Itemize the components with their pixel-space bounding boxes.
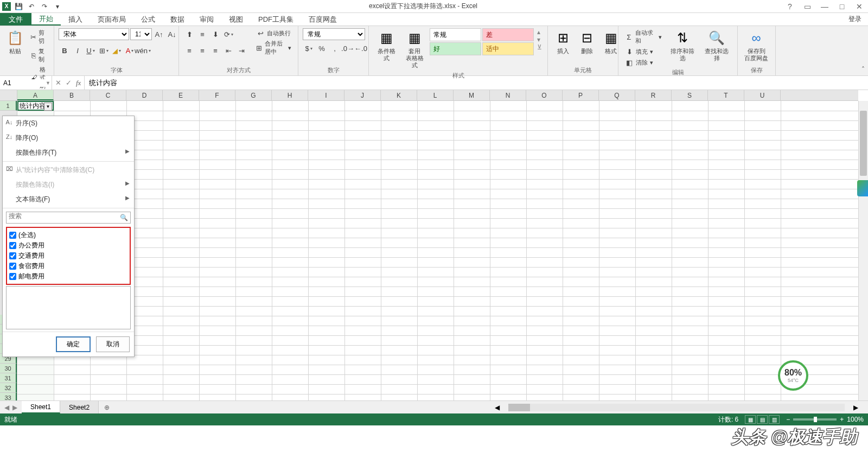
col-header-N[interactable]: N <box>490 90 526 100</box>
vertical-scrollbar[interactable] <box>858 101 868 400</box>
filter-ok-button[interactable]: 确定 <box>56 336 91 352</box>
col-header-R[interactable]: R <box>635 90 672 100</box>
tab-file[interactable]: 文件 <box>0 13 31 26</box>
col-header-I[interactable]: I <box>308 90 344 100</box>
col-header-S[interactable]: S <box>672 90 708 100</box>
align-left-icon[interactable]: ≡ <box>183 44 195 56</box>
tab-baidu[interactable]: 百度网盘 <box>301 13 344 26</box>
clear-button[interactable]: ◧清除 ▾ <box>623 58 664 67</box>
name-box-input[interactable] <box>3 79 48 87</box>
font-color-icon[interactable]: A <box>124 44 136 56</box>
login-link[interactable]: 登录 <box>842 13 868 26</box>
font-name-select[interactable]: 宋体 <box>59 28 129 40</box>
enter-formula-icon[interactable]: ✓ <box>66 79 72 87</box>
add-sheet-button[interactable]: ⊕ <box>99 401 115 413</box>
align-bottom-icon[interactable]: ⬇ <box>209 28 221 40</box>
style-normal[interactable]: 常规 <box>430 28 481 41</box>
style-gallery-more-icon[interactable]: ⊻ <box>537 43 542 51</box>
col-header-A[interactable]: A <box>17 90 54 100</box>
col-header-L[interactable]: L <box>417 90 454 100</box>
border-icon[interactable]: ⊞ <box>98 44 110 56</box>
tab-formulas[interactable]: 公式 <box>133 13 163 26</box>
indent-inc-icon[interactable]: ⇥ <box>235 44 247 56</box>
style-bad[interactable]: 差 <box>482 28 534 41</box>
inc-decimal-icon[interactable]: .0→ <box>342 42 354 54</box>
style-neutral[interactable]: 适中 <box>482 42 534 55</box>
maximize-icon[interactable]: □ <box>835 1 848 12</box>
col-header-H[interactable]: H <box>272 90 308 100</box>
col-header-Q[interactable]: Q <box>599 90 635 100</box>
font-size-select[interactable]: 11 <box>130 28 152 40</box>
style-gallery-down-icon[interactable]: ▾ <box>537 36 542 43</box>
col-header-B[interactable]: B <box>54 90 90 100</box>
bold-icon[interactable]: B <box>59 44 71 56</box>
wrap-text-button[interactable]: ↩自动换行 <box>254 28 293 38</box>
align-center-icon[interactable]: ≡ <box>196 44 208 56</box>
orientation-icon[interactable]: ⟳ <box>222 28 234 40</box>
tab-data[interactable]: 数据 <box>163 13 192 26</box>
filter-check-item[interactable]: 邮电费用 <box>9 271 127 282</box>
style-good[interactable]: 好 <box>430 42 481 55</box>
cancel-formula-icon[interactable]: ✕ <box>55 79 61 87</box>
col-header-G[interactable]: G <box>235 90 272 100</box>
text-filter-item[interactable]: 文本筛选(F)▶ <box>3 192 134 207</box>
col-header-D[interactable]: D <box>126 90 163 100</box>
col-header-E[interactable]: E <box>163 90 199 100</box>
col-header-T[interactable]: T <box>708 90 744 100</box>
sheet-nav-prev-icon[interactable]: ◀ <box>4 404 9 411</box>
sort-asc-item[interactable]: A↓升序(S) <box>3 116 134 131</box>
qat-undo-icon[interactable]: ↶ <box>26 1 37 12</box>
col-header-U[interactable]: U <box>744 90 781 100</box>
cut-button[interactable]: ✂剪切 <box>28 28 49 46</box>
fx-icon[interactable]: fx <box>76 79 81 87</box>
currency-icon[interactable]: $ <box>303 42 315 54</box>
conditional-format-button[interactable]: ▦条件格式 <box>373 28 399 63</box>
format-as-table-button[interactable]: ▦套用 表格格式 <box>401 28 427 71</box>
qat-redo-icon[interactable]: ↷ <box>39 1 50 12</box>
qat-save-icon[interactable]: 💾 <box>13 1 24 12</box>
col-header-O[interactable]: O <box>526 90 563 100</box>
filter-search-input[interactable] <box>9 212 119 220</box>
hscroll-left-icon[interactable]: ◀ <box>495 404 500 411</box>
sort-desc-item[interactable]: Z↓降序(O) <box>3 131 134 145</box>
number-format-select[interactable]: 常规 <box>303 28 365 40</box>
side-panel-tab[interactable] <box>857 180 868 196</box>
col-header-C[interactable]: C <box>90 90 126 100</box>
ribbon-display-icon[interactable]: ▭ <box>801 1 814 12</box>
col-header-F[interactable]: F <box>199 90 235 100</box>
insert-cells-button[interactable]: ⊞插入 <box>552 28 574 56</box>
tab-page-layout[interactable]: 页面布局 <box>90 13 133 26</box>
sort-by-color-item[interactable]: 按颜色排序(T)▶ <box>3 145 134 160</box>
sort-filter-button[interactable]: ⇅排序和筛选 <box>666 28 698 63</box>
col-header-M[interactable]: M <box>454 90 490 100</box>
filter-dropdown-icon[interactable]: ▼ <box>44 103 52 111</box>
search-icon[interactable]: 🔍 <box>120 214 128 221</box>
filter-check-all[interactable]: (全选) <box>9 230 127 240</box>
zoom-thumb[interactable] <box>814 417 817 422</box>
italic-icon[interactable]: I <box>72 44 84 56</box>
view-page-break-icon[interactable]: ▥ <box>769 415 780 424</box>
view-page-layout-icon[interactable]: ▤ <box>757 415 768 424</box>
row-header-1[interactable]: 1 <box>0 101 17 111</box>
paste-button[interactable]: 📋 粘贴 <box>4 28 26 56</box>
help-icon[interactable]: ? <box>783 1 796 12</box>
save-baidu-button[interactable]: ∞保存到 百度网盘 <box>742 28 770 63</box>
col-header-P[interactable]: P <box>563 90 599 100</box>
delete-cells-button[interactable]: ⊟删除 <box>576 28 598 56</box>
col-header-K[interactable]: K <box>381 90 417 100</box>
tab-insert[interactable]: 插入 <box>61 13 90 26</box>
vscroll-thumb[interactable] <box>860 111 867 176</box>
fill-color-icon[interactable]: ◢ <box>111 44 123 56</box>
style-gallery-up-icon[interactable]: ▴ <box>537 28 542 36</box>
select-all-corner[interactable] <box>0 90 17 101</box>
shrink-font-icon[interactable]: A↓ <box>166 28 178 40</box>
sheet-tab-2[interactable]: Sheet2 <box>60 401 99 413</box>
find-select-button[interactable]: 🔍查找和选择 <box>701 28 733 63</box>
merge-center-button[interactable]: ⊞合并后居中 ▾ <box>254 39 293 56</box>
row-header-31[interactable]: 31 <box>0 373 17 383</box>
phonetic-icon[interactable]: wén <box>137 44 149 56</box>
filter-check-item[interactable]: 办公费用 <box>9 240 127 251</box>
collapse-ribbon-icon[interactable]: ˄ <box>861 66 865 73</box>
view-normal-icon[interactable]: ▦ <box>745 415 756 424</box>
filter-check-item[interactable]: 交通费用 <box>9 251 127 261</box>
